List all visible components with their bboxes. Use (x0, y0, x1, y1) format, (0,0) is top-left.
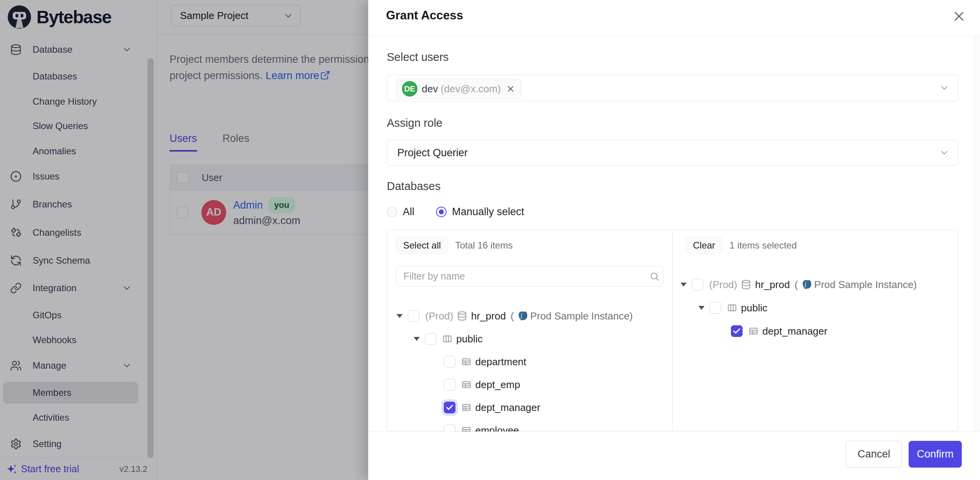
confirm-button[interactable]: Confirm (909, 441, 962, 468)
filter-input[interactable] (396, 266, 663, 287)
close-icon[interactable] (951, 9, 967, 24)
tree-row-table: dept_emp (387, 373, 672, 396)
table-icon (461, 380, 471, 390)
schema-icon (442, 334, 452, 344)
radio-manually-select[interactable] (436, 207, 447, 217)
radio-all[interactable] (387, 207, 397, 217)
chevron-down-icon (939, 148, 949, 158)
database-icon (741, 280, 751, 290)
checkbox[interactable] (444, 356, 455, 368)
tree-row-database: (Prod) hr_prod ( Prod Sample Instance) (387, 305, 672, 327)
target-panel: Clear 1 items selected (Prod) hr_prod ( … (673, 230, 958, 431)
collapse-arrow-icon[interactable] (414, 337, 420, 341)
table-icon (461, 357, 471, 367)
checkbox-checked[interactable] (731, 325, 743, 337)
total-items-label: Total 16 items (455, 240, 513, 251)
avatar: DE (402, 81, 417, 97)
tree-row-schema: public (673, 297, 958, 319)
collapse-arrow-icon[interactable] (698, 306, 705, 310)
assign-role-select[interactable]: Project Querier (387, 140, 958, 166)
select-users-label: Select users (387, 51, 449, 64)
remove-tag-icon[interactable] (506, 84, 515, 93)
collapse-arrow-icon[interactable] (397, 314, 403, 318)
tree-row-table: dept_manager (673, 320, 958, 342)
database-transfer: Select all Total 16 items (Prod) hr_prod… (387, 230, 958, 431)
grant-access-modal: Grant Access Select users DE dev (dev@x.… (368, 0, 980, 480)
database-scope-radios: All Manually select (387, 205, 524, 219)
checkbox[interactable] (425, 333, 436, 345)
collapse-arrow-icon[interactable] (680, 283, 687, 287)
modal-scrollbar-track[interactable] (975, 36, 980, 432)
selected-user-tag: DE dev (dev@x.com) (396, 79, 521, 99)
assign-role-label: Assign role (387, 117, 442, 129)
postgresql-icon (802, 279, 812, 290)
cancel-button[interactable]: Cancel (846, 441, 902, 468)
select-all-button[interactable]: Select all (396, 237, 448, 254)
selected-count-label: 1 items selected (729, 240, 796, 251)
table-icon (461, 402, 471, 413)
checkbox[interactable] (692, 279, 703, 290)
postgresql-icon (518, 311, 528, 321)
checkbox[interactable] (444, 379, 455, 390)
tree-row-database: (Prod) hr_prod ( Prod Sample Instance) (673, 273, 958, 296)
database-icon (457, 311, 467, 321)
tree-row-table: dept_manager (387, 396, 672, 419)
modal-footer: Cancel Confirm (368, 432, 980, 480)
source-panel: Select all Total 16 items (Prod) hr_prod… (387, 230, 672, 431)
table-icon (748, 326, 758, 336)
databases-label: Databases (387, 180, 441, 193)
checkbox[interactable] (710, 302, 721, 314)
modal-title: Grant Access (386, 9, 463, 22)
chevron-down-icon (939, 83, 949, 93)
tree-row-schema: public (387, 328, 672, 350)
checkbox-checked[interactable] (444, 402, 455, 413)
select-users-input[interactable]: DE dev (dev@x.com) (387, 75, 958, 101)
checkbox[interactable] (408, 310, 419, 322)
modal-header: Grant Access (368, 0, 980, 36)
clear-button[interactable]: Clear (686, 237, 722, 254)
tree-row-table: department (387, 351, 672, 373)
schema-icon (727, 303, 737, 313)
